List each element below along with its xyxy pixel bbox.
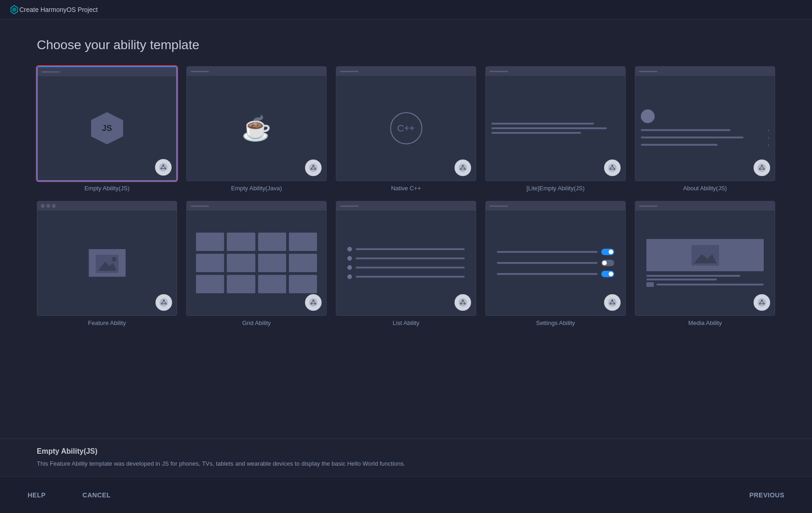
harmony-logo-icon [9, 5, 19, 15]
coffee-icon: ☕ [242, 114, 271, 142]
landscape-img-icon [646, 239, 764, 271]
grid-cell [227, 233, 255, 251]
lite-line3 [491, 132, 581, 134]
topbar-line [490, 205, 508, 207]
preview-topbar-grid [187, 201, 326, 211]
template-preview-feature [37, 201, 177, 316]
grid-cell [289, 233, 317, 251]
grid-cell [289, 275, 317, 293]
preview-topbar-list [336, 201, 476, 211]
about-lines: › › › [641, 128, 769, 148]
template-card-feature[interactable]: Feature Ability [37, 201, 177, 326]
toggle-label [497, 251, 598, 253]
list-preview [342, 240, 470, 286]
preview-body-feature [37, 211, 177, 315]
lite-line1 [491, 123, 594, 125]
chevron-right-icon: › [768, 128, 769, 133]
topbar-line [639, 71, 657, 72]
topbar-line [41, 71, 60, 73]
svg-point-61 [608, 298, 616, 307]
dot3 [52, 204, 56, 208]
cpp-icon: C++ [390, 112, 422, 144]
grid-cell [227, 254, 255, 272]
grid-cell [258, 254, 286, 272]
template-preview-grid [186, 201, 327, 316]
toggle-preview [491, 242, 620, 284]
template-preview-about: › › › [635, 66, 775, 181]
previous-button[interactable]: PREVIOUS [736, 488, 798, 502]
list-dot [347, 256, 352, 261]
dot2 [46, 204, 50, 208]
preview-body-grid [187, 211, 326, 315]
preview-body: JS [38, 76, 176, 180]
connectivity-badge [305, 294, 322, 311]
list-dot [347, 265, 352, 270]
topbar-line [490, 71, 508, 72]
lite-line2 [491, 127, 607, 129]
preview-topbar-settings [486, 201, 625, 211]
connectivity-badge [604, 160, 621, 176]
grid-cell [258, 233, 286, 251]
media-ctrl [646, 282, 654, 287]
title-bar-text: Create HarmonyOS Project [19, 6, 98, 13]
topbar-line [340, 71, 358, 72]
svg-point-48 [312, 300, 314, 302]
template-card-empty-ability-java[interactable]: ☕ Empty Ability(Java) [186, 66, 327, 192]
svg-point-17 [462, 165, 464, 167]
template-preview-list [336, 201, 476, 316]
template-name-cpp: Native C++ [391, 185, 421, 192]
landscape-preview [641, 232, 769, 294]
chevron-right-icon2: › [768, 135, 769, 140]
svg-point-40 [160, 298, 168, 307]
page-title: Choose your ability template [37, 38, 775, 52]
topbar-line [190, 205, 209, 207]
template-name-list: List Ability [393, 319, 420, 326]
selected-template-description: This Feature Ability template was develo… [37, 459, 775, 468]
template-card-lite-js[interactable]: [Lite]Empty Ability(JS) [485, 66, 626, 192]
grid-cell [196, 275, 224, 293]
template-card-settings[interactable]: Settings Ability [485, 201, 626, 326]
selected-template-title: Empty Ability(JS) [37, 447, 775, 456]
template-card-list[interactable]: List Ability [336, 201, 476, 326]
chevron-right-icon3: › [768, 142, 769, 148]
toggle-label [497, 262, 598, 264]
list-row [347, 274, 465, 279]
title-bar: Create HarmonyOS Project [0, 0, 812, 19]
help-button[interactable]: HELP [14, 488, 59, 502]
svg-point-24 [611, 165, 613, 167]
svg-point-70 [758, 298, 766, 307]
js-hexagon-icon: JS [91, 112, 123, 144]
template-name-about: About Ability(JS) [683, 185, 727, 192]
cancel-button[interactable]: CANCEL [69, 488, 124, 502]
preview-body-settings [486, 211, 625, 315]
template-card-about-js[interactable]: › › › [635, 66, 775, 192]
template-card-native-cpp[interactable]: C++ Native C++ [336, 66, 476, 192]
preview-topbar-about [635, 67, 775, 76]
toggle-off [601, 260, 614, 266]
connectivity-badge [754, 160, 770, 176]
topbar-line [639, 205, 657, 207]
connectivity-badge [455, 160, 471, 176]
svg-marker-1 [12, 7, 16, 12]
about-line2 [641, 137, 743, 138]
connectivity-badge [604, 294, 621, 311]
template-card-media[interactable]: Media Ability [635, 201, 775, 326]
bottom-section: Empty Ability(JS) This Feature Ability t… [0, 439, 812, 477]
svg-point-54 [459, 298, 467, 307]
template-card-empty-ability-js[interactable]: JS Empty Ability(JS) [37, 66, 177, 192]
preview-body-list [336, 211, 476, 315]
template-preview-lite [485, 66, 626, 181]
landscape-line1 [646, 275, 740, 277]
template-name-js: Empty Ability(JS) [84, 185, 129, 192]
preview-body-lite [486, 76, 625, 181]
list-row [347, 247, 465, 251]
grid-cell [289, 254, 317, 272]
svg-point-31 [761, 165, 763, 167]
landscape-controls [646, 282, 764, 287]
preview-body-media [635, 211, 775, 315]
list-dot [347, 274, 352, 279]
preview-topbar-media [635, 201, 775, 211]
template-card-grid[interactable]: Grid Ability [186, 201, 327, 326]
landscape-line2 [646, 279, 717, 280]
grid-preview [191, 228, 322, 298]
